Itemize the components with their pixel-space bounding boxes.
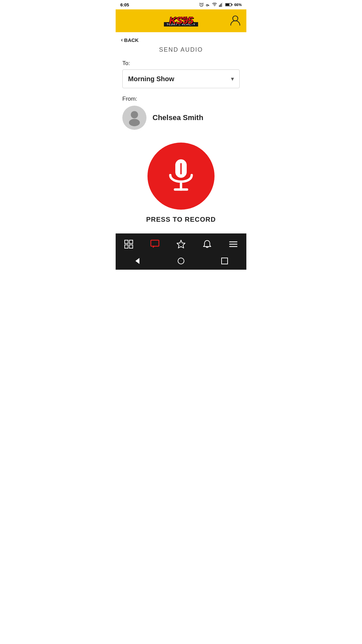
svg-point-1 [206, 4, 208, 6]
svg-rect-18 [125, 245, 128, 248]
svg-rect-2 [219, 5, 220, 7]
svg-point-10 [131, 111, 138, 118]
app-logo: KS95 94.5 TODAY'S VARIETY [164, 15, 198, 26]
svg-rect-19 [129, 245, 133, 248]
android-back-button[interactable] [133, 257, 141, 265]
svg-marker-21 [177, 240, 185, 248]
svg-rect-27 [222, 258, 228, 264]
nav-item-menu[interactable] [225, 238, 242, 250]
svg-rect-5 [222, 3, 223, 7]
nav-item-chat[interactable] [146, 238, 164, 250]
back-button[interactable]: ‹ BACK [121, 37, 139, 43]
svg-rect-20 [151, 240, 159, 246]
chat-icon [150, 239, 160, 249]
nav-item-alerts[interactable] [198, 238, 216, 250]
status-bar: 6:05 66% [116, 0, 246, 9]
status-icons: 66% [199, 2, 242, 7]
record-button[interactable] [147, 143, 215, 210]
svg-rect-4 [221, 3, 222, 7]
back-label: BACK [124, 37, 138, 43]
android-back-icon [133, 257, 141, 265]
logo-superscript: 94.5 [180, 16, 199, 20]
avatar-person-icon [125, 109, 143, 127]
bell-icon [202, 239, 212, 249]
from-section: From: Chelsea Smith [122, 96, 240, 130]
to-dropdown-container[interactable]: Morning Show Afternoon Show Evening Show… [123, 70, 239, 88]
menu-icon [229, 239, 238, 249]
status-time: 6:05 [120, 2, 129, 7]
android-recents-icon [221, 257, 229, 265]
microphone-icon [164, 158, 198, 195]
to-dropdown-wrapper: Morning Show Afternoon Show Evening Show… [122, 69, 240, 88]
user-avatar [122, 106, 146, 130]
record-label: PRESS TO RECORD [146, 216, 216, 223]
svg-rect-3 [220, 4, 221, 7]
app-header: KS95 94.5 TODAY'S VARIETY [116, 9, 246, 32]
star-icon [176, 239, 186, 249]
svg-rect-7 [232, 4, 232, 6]
android-home-icon [177, 257, 185, 265]
user-name: Chelsea Smith [153, 113, 203, 122]
user-icon [230, 14, 241, 26]
key-icon [205, 2, 210, 7]
svg-marker-25 [135, 258, 139, 264]
svg-rect-16 [125, 240, 128, 244]
svg-point-11 [129, 119, 140, 126]
android-nav-bar [116, 254, 246, 270]
svg-rect-17 [129, 240, 133, 244]
svg-rect-8 [226, 4, 229, 6]
back-navigation: ‹ BACK [116, 32, 246, 45]
to-dropdown[interactable]: Morning Show Afternoon Show Evening Show [123, 70, 239, 88]
android-recents-button[interactable] [221, 257, 229, 265]
svg-point-26 [178, 258, 184, 264]
battery-icon [225, 2, 233, 7]
nav-item-grid[interactable] [120, 238, 137, 250]
record-area: PRESS TO RECORD [122, 139, 240, 233]
svg-point-9 [233, 16, 238, 21]
alarm-icon [199, 2, 204, 7]
bottom-nav [116, 233, 246, 254]
wifi-icon [212, 2, 217, 7]
page-title: SEND AUDIO [116, 45, 246, 60]
nav-item-favorites[interactable] [172, 238, 190, 250]
form-area: To: Morning Show Afternoon Show Evening … [116, 60, 246, 233]
to-label: To: [122, 60, 240, 67]
signal-icon [219, 2, 224, 7]
profile-button[interactable] [230, 14, 241, 27]
battery-percentage: 66% [234, 3, 242, 7]
from-label: From: [122, 96, 240, 102]
from-user: Chelsea Smith [122, 106, 240, 130]
grid-icon [124, 239, 133, 249]
android-home-button[interactable] [177, 257, 185, 265]
back-chevron-icon: ‹ [121, 37, 123, 43]
